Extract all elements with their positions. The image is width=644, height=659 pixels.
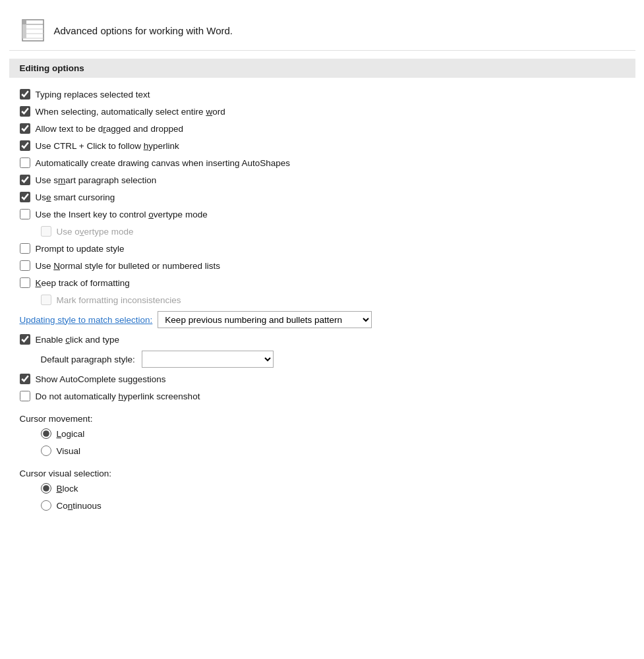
svg-rect-8: [22, 34, 26, 38]
option-row-click-type: Enable click and type: [20, 331, 625, 348]
default-paragraph-dropdown[interactable]: Normal Body Text Heading 1 Heading 2: [142, 351, 274, 368]
label-autocomplete[interactable]: Show AutoComplete suggestions: [36, 374, 166, 384]
option-row-overtype-mode: Use overtype mode: [20, 223, 625, 240]
page-container: Advanced options for working with Word. …: [9, 0, 635, 527]
label-track-formatting[interactable]: Keep track of formatting: [36, 278, 130, 288]
checkbox-no-hyperlink[interactable]: [20, 391, 30, 401]
cursor-movement-section-label: Cursor movement:: [20, 410, 625, 425]
label-normal-style[interactable]: Use Normal style for bulleted or numbere…: [36, 261, 221, 271]
label-typing-replaces[interactable]: Typing replaces selected text: [36, 90, 150, 100]
label-drag-drop[interactable]: Allow text to be dragged and dropped: [36, 124, 183, 134]
option-row-mark-formatting: Mark formatting inconsistencies: [20, 291, 625, 308]
checkbox-insert-key[interactable]: [20, 209, 30, 219]
option-row-smart-paragraph: Use smart paragraph selection: [20, 171, 625, 188]
label-logical[interactable]: Logical: [57, 429, 85, 439]
separator1: [20, 405, 625, 410]
radio-block[interactable]: [41, 483, 51, 494]
label-click-type[interactable]: Enable click and type: [36, 335, 120, 345]
option-row-no-hyperlink: Do not automatically hyperlink screensho…: [20, 387, 625, 405]
label-continuous[interactable]: Continuous: [57, 501, 102, 511]
checkbox-drawing-canvas[interactable]: [20, 158, 30, 168]
label-smart-paragraph[interactable]: Use smart paragraph selection: [36, 175, 157, 185]
checkbox-smart-cursoring[interactable]: [20, 192, 30, 202]
option-row-track-formatting: Keep track of formatting: [20, 274, 625, 291]
updating-style-row: Updating style to match selection: Keep …: [20, 308, 625, 331]
checkbox-overtype-mode[interactable]: [41, 226, 51, 237]
header-title: Advanced options for working with Word.: [54, 25, 233, 36]
label-select-entire-word[interactable]: When selecting, automatically select ent…: [36, 107, 225, 117]
option-row-insert-key: Use the Insert key to control overtype m…: [20, 206, 625, 223]
separator2: [20, 459, 625, 465]
checkbox-track-formatting[interactable]: [20, 277, 30, 288]
option-row-drag-drop: Allow text to be dragged and dropped: [20, 120, 625, 137]
radio-continuous[interactable]: [41, 500, 51, 511]
radio-visual[interactable]: [41, 445, 51, 456]
option-row-logical: Logical: [41, 425, 625, 442]
option-row-select-entire-word: When selecting, automatically select ent…: [20, 103, 625, 120]
default-paragraph-label: Default paragraph style:: [41, 355, 135, 364]
option-row-autocomplete: Show AutoComplete suggestions: [20, 370, 625, 387]
checkbox-typing-replaces[interactable]: [20, 89, 30, 100]
option-row-visual: Visual: [41, 442, 625, 459]
checkbox-smart-paragraph[interactable]: [20, 175, 30, 185]
word-options-icon: [20, 17, 46, 43]
option-row-smart-cursoring: Use smart cursoring: [20, 188, 625, 206]
label-no-hyperlink[interactable]: Do not automatically hyperlink screensho…: [36, 391, 200, 401]
cursor-visual-radio-group: Block Continuous: [20, 480, 625, 514]
option-row-normal-style: Use Normal style for bulleted or numbere…: [20, 257, 625, 274]
option-row-drawing-canvas: Automatically create drawing canvas when…: [20, 154, 625, 171]
checkbox-normal-style[interactable]: [20, 260, 30, 271]
radio-logical[interactable]: [41, 428, 51, 439]
svg-rect-7: [22, 29, 26, 34]
header: Advanced options for working with Word.: [9, 11, 635, 51]
checkbox-autocomplete[interactable]: [20, 374, 30, 384]
cursor-movement-radio-group: Logical Visual: [20, 425, 625, 459]
updating-style-dropdown[interactable]: Keep previous numbering and bullets patt…: [158, 311, 372, 328]
option-row-prompt-update-style: Prompt to update style: [20, 240, 625, 257]
checkbox-mark-formatting[interactable]: [41, 295, 51, 305]
label-insert-key[interactable]: Use the Insert key to control overtype m…: [36, 210, 208, 219]
label-ctrl-click[interactable]: Use CTRL + Click to follow hyperlink: [36, 141, 179, 151]
option-row-typing-replaces: Typing replaces selected text: [20, 86, 625, 103]
label-mark-formatting: Mark formatting inconsistencies: [57, 295, 181, 305]
option-row-continuous: Continuous: [41, 497, 625, 514]
label-block[interactable]: Block: [57, 484, 78, 494]
label-overtype-mode: Use overtype mode: [57, 227, 134, 237]
checkbox-select-entire-word[interactable]: [20, 106, 30, 117]
checkbox-prompt-update-style[interactable]: [20, 243, 30, 254]
cursor-visual-section-label: Cursor visual selection:: [20, 465, 625, 480]
svg-rect-6: [22, 24, 26, 29]
option-row-ctrl-click: Use CTRL + Click to follow hyperlink: [20, 137, 625, 154]
svg-rect-5: [22, 20, 26, 24]
label-smart-cursoring[interactable]: Use smart cursoring: [36, 192, 115, 202]
editing-options-header: Editing options: [9, 59, 635, 78]
label-drawing-canvas[interactable]: Automatically create drawing canvas when…: [36, 158, 290, 168]
checkbox-ctrl-click[interactable]: [20, 140, 30, 151]
options-list: Typing replaces selected text When selec…: [9, 83, 635, 517]
checkbox-click-type[interactable]: [20, 334, 30, 345]
checkbox-drag-drop[interactable]: [20, 123, 30, 134]
updating-style-label: Updating style to match selection:: [20, 315, 153, 325]
option-row-block: Block: [41, 480, 625, 497]
label-visual[interactable]: Visual: [57, 446, 81, 456]
default-paragraph-row: Default paragraph style: Normal Body Tex…: [20, 348, 625, 370]
label-prompt-update-style[interactable]: Prompt to update style: [36, 244, 125, 254]
